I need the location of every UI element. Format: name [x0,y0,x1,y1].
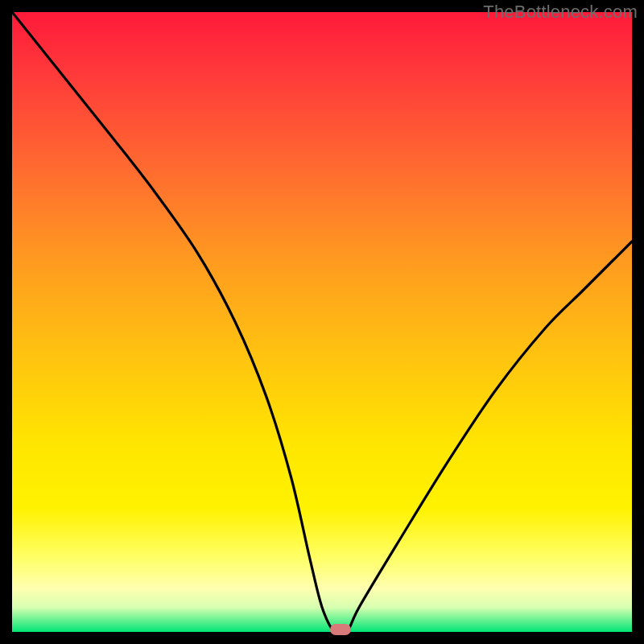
plot-area [12,12,632,632]
curve-svg [12,12,632,632]
watermark-text: TheBottleneck.com [483,2,638,23]
bottleneck-curve [12,12,632,632]
chart-container: TheBottleneck.com [0,0,644,644]
optimal-point-marker [330,624,351,635]
